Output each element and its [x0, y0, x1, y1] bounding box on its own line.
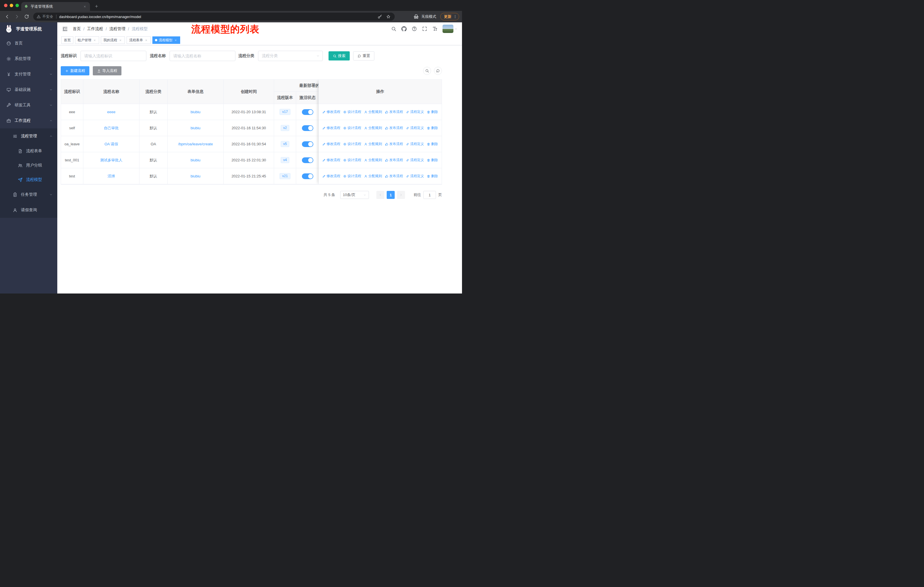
close-icon[interactable]: [119, 38, 122, 42]
sidebar-collapse-icon[interactable]: [62, 26, 68, 32]
search-button[interactable]: 搜索: [328, 51, 350, 61]
sidebar-item-process-model[interactable]: 流程模型: [0, 172, 57, 187]
form-info-link[interactable]: biubiu: [190, 110, 201, 114]
edit-process-link[interactable]: 修改流程: [322, 174, 340, 179]
sidebar-item-payment[interactable]: 支付管理: [0, 66, 57, 82]
delete-link[interactable]: 删除: [427, 109, 438, 114]
window-close-button[interactable]: [4, 4, 7, 7]
password-key-icon[interactable]: [378, 14, 382, 19]
sidebar-item-dev-tools[interactable]: 研发工具: [0, 98, 57, 113]
refresh-table-button[interactable]: [434, 67, 442, 75]
publish-process-link[interactable]: 发布流程: [385, 142, 403, 147]
publish-process-link[interactable]: 发布流程: [385, 126, 403, 131]
assign-rule-link[interactable]: 分配规则: [364, 142, 382, 147]
tab-close-icon[interactable]: [82, 4, 87, 9]
tag-process-form[interactable]: 流程表单: [127, 36, 151, 44]
edit-process-link[interactable]: 修改流程: [322, 126, 340, 131]
process-definition-link[interactable]: 流程定义: [406, 109, 424, 114]
active-toggle[interactable]: [302, 109, 314, 115]
active-toggle[interactable]: [302, 157, 314, 163]
window-zoom-button[interactable]: [15, 4, 19, 7]
app-logo[interactable]: 芋道管理系统: [0, 22, 57, 36]
active-toggle[interactable]: [302, 141, 314, 147]
assign-rule-link[interactable]: 分配规则: [364, 109, 382, 114]
process-name-link[interactable]: 测试多审批人: [100, 158, 122, 162]
sidebar-item-leave-query[interactable]: 请假查询: [0, 202, 57, 218]
form-info-link[interactable]: biubiu: [190, 174, 201, 178]
process-name-link[interactable]: 自己审批: [104, 126, 119, 130]
form-info-link[interactable]: biubiu: [190, 158, 201, 162]
breadcrumb-item[interactable]: 首页: [73, 26, 81, 31]
design-process-link[interactable]: 设计流程: [343, 109, 361, 114]
search-icon[interactable]: [391, 26, 396, 31]
close-icon[interactable]: [93, 38, 97, 42]
prev-page-button[interactable]: [376, 191, 384, 199]
forward-button[interactable]: [12, 12, 22, 21]
publish-process-link[interactable]: 发布流程: [385, 158, 403, 162]
edit-process-link[interactable]: 修改流程: [322, 158, 340, 162]
breadcrumb-item[interactable]: 流程管理: [109, 26, 125, 31]
process-definition-link[interactable]: 流程定义: [406, 126, 424, 131]
design-process-link[interactable]: 设计流程: [343, 142, 361, 147]
assign-rule-link[interactable]: 分配规则: [364, 158, 382, 162]
design-process-link[interactable]: 设计流程: [343, 158, 361, 162]
tag-home[interactable]: 首页: [61, 36, 73, 44]
process-definition-link[interactable]: 流程定义: [406, 142, 424, 147]
fullscreen-icon[interactable]: [422, 26, 427, 31]
publish-process-link[interactable]: 发布流程: [385, 109, 403, 114]
assign-rule-link[interactable]: 分配规则: [364, 126, 382, 131]
assign-rule-link[interactable]: 分配规则: [364, 174, 382, 179]
process-name-link[interactable]: eeee: [107, 110, 116, 114]
close-icon[interactable]: [174, 38, 178, 42]
tag-process-model[interactable]: 流程模型: [152, 36, 180, 44]
design-process-link[interactable]: 设计流程: [343, 126, 361, 131]
sidebar-item-home[interactable]: 首页: [0, 36, 57, 51]
page-size-select[interactable]: 10条/页: [340, 191, 369, 199]
publish-process-link[interactable]: 发布流程: [385, 174, 403, 179]
active-toggle[interactable]: [302, 125, 314, 131]
sidebar-item-process-mgmt[interactable]: 流程管理: [0, 128, 57, 144]
sidebar-item-infra[interactable]: 基础设施: [0, 82, 57, 98]
close-icon[interactable]: [144, 38, 148, 42]
process-name-link[interactable]: OA 请假: [104, 142, 118, 146]
process-category-select[interactable]: 流程分类: [258, 51, 323, 61]
form-info-link[interactable]: biubiu: [190, 126, 201, 130]
form-info-link[interactable]: /bpm/oa/leave/create: [178, 142, 213, 146]
process-definition-link[interactable]: 流程定义: [406, 158, 424, 162]
import-process-button[interactable]: 导入流程: [93, 66, 121, 75]
process-name-input[interactable]: [170, 51, 236, 61]
browser-tab[interactable]: 芋道管理系统: [21, 2, 90, 11]
edit-process-link[interactable]: 修改流程: [322, 109, 340, 114]
active-toggle[interactable]: [302, 174, 314, 179]
reload-button[interactable]: [22, 12, 31, 21]
bookmark-star-icon[interactable]: [386, 14, 391, 19]
new-tab-button[interactable]: [93, 3, 100, 10]
browser-menu-icon[interactable]: [452, 14, 458, 19]
sidebar-item-process-form[interactable]: 流程表单: [0, 144, 57, 158]
next-page-button[interactable]: [397, 191, 405, 199]
delete-link[interactable]: 删除: [427, 142, 438, 147]
sidebar-item-user-group[interactable]: 用户分组: [0, 158, 57, 172]
reset-button[interactable]: 重置: [353, 51, 375, 61]
delete-link[interactable]: 删除: [427, 126, 438, 131]
process-name-link[interactable]: 滔博: [108, 174, 115, 178]
user-avatar[interactable]: [442, 25, 457, 33]
delete-link[interactable]: 删除: [427, 158, 438, 162]
browser-update-button[interactable]: 更新: [440, 13, 459, 20]
process-definition-link[interactable]: 流程定义: [406, 174, 424, 179]
design-process-link[interactable]: 设计流程: [343, 174, 361, 179]
address-bar[interactable]: 不安全 dashboard.yudao.iocoder.cn/bpm/manag…: [33, 13, 395, 21]
sidebar-item-workflow[interactable]: 工作流程: [0, 113, 57, 128]
font-size-icon[interactable]: [432, 26, 438, 31]
page-number-button[interactable]: 1: [387, 191, 395, 199]
goto-page-input[interactable]: [423, 191, 436, 199]
process-id-input[interactable]: [81, 51, 146, 61]
sidebar-item-system[interactable]: 系统管理: [0, 51, 57, 66]
create-process-button[interactable]: 新建流程: [61, 66, 89, 75]
sidebar-item-task-mgmt[interactable]: 任务管理: [0, 187, 57, 202]
toggle-search-button[interactable]: [423, 67, 431, 75]
delete-link[interactable]: 删除: [427, 174, 438, 179]
breadcrumb-item[interactable]: 工作流程: [87, 26, 103, 31]
tag-my-process[interactable]: 我的流程: [101, 36, 125, 44]
back-button[interactable]: [2, 12, 12, 21]
